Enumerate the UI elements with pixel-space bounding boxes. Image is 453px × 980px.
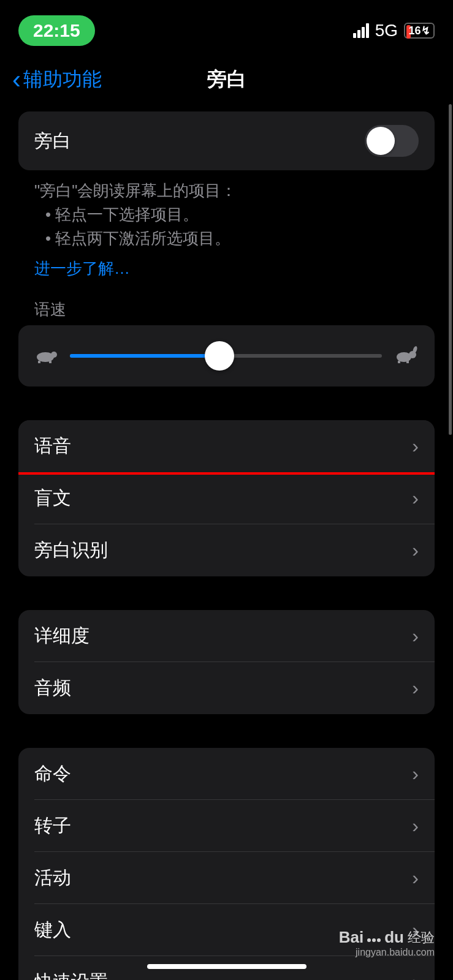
commands-row[interactable]: 命令 › — [18, 748, 435, 800]
chevron-right-icon: › — [412, 971, 419, 980]
network-label: 5G — [375, 21, 398, 40]
svg-rect-2 — [38, 361, 40, 363]
settings-group-2: 详细度 › 音频 › — [18, 610, 435, 714]
signal-icon — [353, 23, 369, 38]
chevron-right-icon: › — [412, 487, 419, 510]
speed-header: 语速 — [18, 281, 435, 325]
chevron-right-icon: › — [412, 435, 419, 458]
page-title: 旁白 — [207, 66, 246, 93]
status-bar: 22:15 5G 16↯ — [0, 0, 453, 55]
svg-rect-7 — [398, 361, 400, 363]
chevron-right-icon: › — [412, 763, 419, 785]
turtle-icon — [34, 343, 58, 369]
back-button[interactable]: ‹ 辅助功能 — [12, 65, 102, 94]
chevron-right-icon: › — [412, 539, 419, 562]
voiceover-toggle-group: 旁白 — [18, 111, 435, 170]
activities-row[interactable]: 活动 › — [18, 852, 435, 904]
rabbit-icon — [394, 343, 419, 369]
back-label: 辅助功能 — [23, 66, 102, 93]
learn-more-link[interactable]: 进一步了解… — [34, 257, 419, 281]
rotor-row[interactable]: 转子 › — [18, 800, 435, 852]
settings-group-1: 语音 › 盲文 › 旁白识别 › — [18, 420, 435, 576]
slider-thumb[interactable] — [205, 341, 234, 371]
watermark: Baidu 经验 jingyan.baidu.com — [339, 928, 435, 958]
voiceover-label: 旁白 — [34, 129, 71, 154]
chevron-right-icon: › — [412, 867, 419, 889]
audio-row[interactable]: 音频 › — [18, 662, 435, 714]
chevron-right-icon: › — [412, 625, 419, 647]
battery-icon: 16↯ — [404, 23, 435, 39]
time-pill[interactable]: 22:15 — [18, 15, 95, 46]
voiceover-description: "旁白"会朗读屏幕上的项目： • 轻点一下选择项目。 • 轻点两下激活所选项目。… — [18, 170, 435, 281]
voiceover-recognition-row[interactable]: 旁白识别 › — [18, 524, 435, 576]
svg-point-1 — [51, 352, 57, 358]
highlighted-voice-row: 语音 › — [18, 420, 435, 475]
speed-slider-cell — [18, 325, 435, 386]
chevron-right-icon: › — [412, 677, 419, 699]
speed-slider[interactable] — [70, 344, 382, 368]
navigation-bar: ‹ 辅助功能 旁白 — [0, 55, 453, 111]
voice-row[interactable]: 语音 › — [18, 420, 435, 472]
scroll-indicator[interactable] — [449, 104, 452, 435]
voiceover-switch[interactable] — [365, 125, 419, 157]
verbosity-row[interactable]: 详细度 › — [18, 610, 435, 662]
chevron-left-icon: ‹ — [12, 65, 21, 94]
chevron-right-icon: › — [412, 815, 419, 837]
svg-rect-8 — [406, 361, 409, 363]
home-indicator[interactable] — [147, 964, 306, 969]
status-right: 5G 16↯ — [353, 21, 435, 40]
svg-rect-3 — [49, 361, 51, 363]
braille-row[interactable]: 盲文 › — [18, 472, 435, 524]
voiceover-toggle-cell[interactable]: 旁白 — [18, 111, 435, 170]
